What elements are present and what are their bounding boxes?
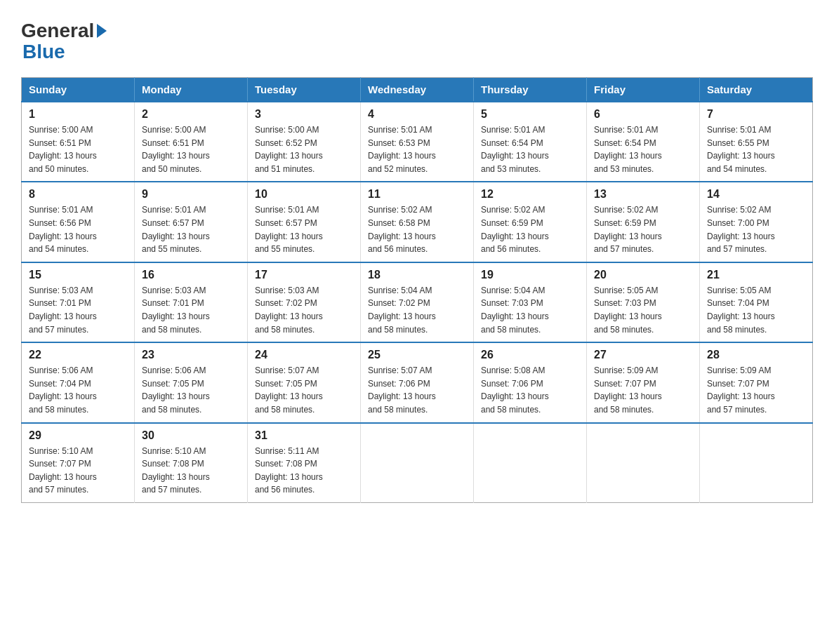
day-info: Sunrise: 5:01 AM Sunset: 6:55 PM Dayligh… bbox=[707, 123, 805, 175]
day-number: 26 bbox=[481, 349, 579, 361]
day-number: 9 bbox=[142, 188, 240, 201]
day-info: Sunrise: 5:02 AM Sunset: 7:00 PM Dayligh… bbox=[707, 203, 805, 255]
calendar-day-cell: 1 Sunrise: 5:00 AM Sunset: 6:51 PM Dayli… bbox=[22, 102, 135, 182]
day-number: 29 bbox=[29, 429, 127, 442]
day-number: 30 bbox=[142, 429, 240, 442]
day-info: Sunrise: 5:04 AM Sunset: 7:02 PM Dayligh… bbox=[368, 284, 466, 336]
day-number: 11 bbox=[368, 188, 466, 201]
calendar-week-row: 15 Sunrise: 5:03 AM Sunset: 7:01 PM Dayl… bbox=[22, 262, 813, 342]
calendar-day-cell: 22 Sunrise: 5:06 AM Sunset: 7:04 PM Dayl… bbox=[22, 342, 135, 422]
day-info: Sunrise: 5:02 AM Sunset: 6:59 PM Dayligh… bbox=[481, 203, 579, 255]
day-number: 27 bbox=[594, 349, 692, 361]
day-info: Sunrise: 5:04 AM Sunset: 7:03 PM Dayligh… bbox=[481, 284, 579, 336]
day-info: Sunrise: 5:07 AM Sunset: 7:05 PM Dayligh… bbox=[255, 364, 353, 416]
calendar-day-cell: 3 Sunrise: 5:00 AM Sunset: 6:52 PM Dayli… bbox=[248, 102, 361, 182]
day-of-week-header: Wednesday bbox=[361, 78, 474, 102]
day-info: Sunrise: 5:01 AM Sunset: 6:57 PM Dayligh… bbox=[142, 203, 240, 255]
day-info: Sunrise: 5:11 AM Sunset: 7:08 PM Dayligh… bbox=[255, 445, 353, 497]
calendar-week-row: 22 Sunrise: 5:06 AM Sunset: 7:04 PM Dayl… bbox=[22, 342, 813, 422]
calendar-week-row: 8 Sunrise: 5:01 AM Sunset: 6:56 PM Dayli… bbox=[22, 182, 813, 262]
day-number: 31 bbox=[255, 429, 353, 442]
day-info: Sunrise: 5:01 AM Sunset: 6:54 PM Dayligh… bbox=[594, 123, 692, 175]
day-info: Sunrise: 5:05 AM Sunset: 7:03 PM Dayligh… bbox=[594, 284, 692, 336]
logo-arrow-icon bbox=[97, 24, 107, 38]
day-info: Sunrise: 5:06 AM Sunset: 7:04 PM Dayligh… bbox=[29, 364, 127, 416]
calendar-day-cell: 18 Sunrise: 5:04 AM Sunset: 7:02 PM Dayl… bbox=[361, 262, 474, 342]
day-number: 12 bbox=[481, 188, 579, 201]
day-number: 21 bbox=[707, 269, 805, 281]
calendar-day-cell: 24 Sunrise: 5:07 AM Sunset: 7:05 PM Dayl… bbox=[248, 342, 361, 422]
day-number: 20 bbox=[594, 269, 692, 281]
day-number: 7 bbox=[707, 108, 805, 121]
logo-general-text: General bbox=[21, 21, 94, 41]
day-number: 18 bbox=[368, 269, 466, 281]
calendar-day-cell: 31 Sunrise: 5:11 AM Sunset: 7:08 PM Dayl… bbox=[248, 423, 361, 503]
day-info: Sunrise: 5:09 AM Sunset: 7:07 PM Dayligh… bbox=[594, 364, 692, 416]
calendar-day-cell: 4 Sunrise: 5:01 AM Sunset: 6:53 PM Dayli… bbox=[361, 102, 474, 182]
day-number: 28 bbox=[707, 349, 805, 361]
day-of-week-header: Tuesday bbox=[248, 78, 361, 102]
day-number: 8 bbox=[29, 188, 127, 201]
calendar-day-cell: 26 Sunrise: 5:08 AM Sunset: 7:06 PM Dayl… bbox=[474, 342, 587, 422]
day-number: 1 bbox=[29, 108, 127, 121]
calendar-day-cell bbox=[587, 423, 700, 503]
day-of-week-header: Friday bbox=[587, 78, 700, 102]
calendar-day-cell: 7 Sunrise: 5:01 AM Sunset: 6:55 PM Dayli… bbox=[700, 102, 813, 182]
day-number: 15 bbox=[29, 269, 127, 281]
day-number: 14 bbox=[707, 188, 805, 201]
calendar-day-cell: 25 Sunrise: 5:07 AM Sunset: 7:06 PM Dayl… bbox=[361, 342, 474, 422]
day-info: Sunrise: 5:03 AM Sunset: 7:01 PM Dayligh… bbox=[142, 284, 240, 336]
day-info: Sunrise: 5:05 AM Sunset: 7:04 PM Dayligh… bbox=[707, 284, 805, 336]
day-info: Sunrise: 5:01 AM Sunset: 6:53 PM Dayligh… bbox=[368, 123, 466, 175]
day-info: Sunrise: 5:10 AM Sunset: 7:08 PM Dayligh… bbox=[142, 445, 240, 497]
calendar-day-cell: 11 Sunrise: 5:02 AM Sunset: 6:58 PM Dayl… bbox=[361, 182, 474, 262]
day-info: Sunrise: 5:01 AM Sunset: 6:54 PM Dayligh… bbox=[481, 123, 579, 175]
day-info: Sunrise: 5:01 AM Sunset: 6:56 PM Dayligh… bbox=[29, 203, 127, 255]
day-number: 3 bbox=[255, 108, 353, 121]
day-info: Sunrise: 5:02 AM Sunset: 6:59 PM Dayligh… bbox=[594, 203, 692, 255]
day-of-week-header: Monday bbox=[135, 78, 248, 102]
day-info: Sunrise: 5:02 AM Sunset: 6:58 PM Dayligh… bbox=[368, 203, 466, 255]
calendar-day-cell: 19 Sunrise: 5:04 AM Sunset: 7:03 PM Dayl… bbox=[474, 262, 587, 342]
day-info: Sunrise: 5:06 AM Sunset: 7:05 PM Dayligh… bbox=[142, 364, 240, 416]
calendar-week-row: 29 Sunrise: 5:10 AM Sunset: 7:07 PM Dayl… bbox=[22, 423, 813, 503]
day-number: 24 bbox=[255, 349, 353, 361]
page-header: General Blue bbox=[21, 21, 813, 63]
calendar-day-cell: 2 Sunrise: 5:00 AM Sunset: 6:51 PM Dayli… bbox=[135, 102, 248, 182]
calendar-day-cell: 6 Sunrise: 5:01 AM Sunset: 6:54 PM Dayli… bbox=[587, 102, 700, 182]
day-number: 2 bbox=[142, 108, 240, 121]
calendar-day-cell: 17 Sunrise: 5:03 AM Sunset: 7:02 PM Dayl… bbox=[248, 262, 361, 342]
calendar-day-cell: 14 Sunrise: 5:02 AM Sunset: 7:00 PM Dayl… bbox=[700, 182, 813, 262]
logo-blue-text: Blue bbox=[22, 41, 65, 63]
day-of-week-header: Saturday bbox=[700, 78, 813, 102]
day-number: 5 bbox=[481, 108, 579, 121]
calendar-day-cell: 21 Sunrise: 5:05 AM Sunset: 7:04 PM Dayl… bbox=[700, 262, 813, 342]
calendar-day-cell: 9 Sunrise: 5:01 AM Sunset: 6:57 PM Dayli… bbox=[135, 182, 248, 262]
calendar-day-cell: 20 Sunrise: 5:05 AM Sunset: 7:03 PM Dayl… bbox=[587, 262, 700, 342]
calendar-day-cell: 5 Sunrise: 5:01 AM Sunset: 6:54 PM Dayli… bbox=[474, 102, 587, 182]
calendar-day-cell: 28 Sunrise: 5:09 AM Sunset: 7:07 PM Dayl… bbox=[700, 342, 813, 422]
day-of-week-header: Sunday bbox=[22, 78, 135, 102]
day-number: 13 bbox=[594, 188, 692, 201]
day-info: Sunrise: 5:00 AM Sunset: 6:52 PM Dayligh… bbox=[255, 123, 353, 175]
calendar-header-row: SundayMondayTuesdayWednesdayThursdayFrid… bbox=[22, 78, 813, 102]
day-info: Sunrise: 5:10 AM Sunset: 7:07 PM Dayligh… bbox=[29, 445, 127, 497]
day-number: 6 bbox=[594, 108, 692, 121]
calendar-week-row: 1 Sunrise: 5:00 AM Sunset: 6:51 PM Dayli… bbox=[22, 102, 813, 182]
calendar-day-cell bbox=[700, 423, 813, 503]
calendar-day-cell: 30 Sunrise: 5:10 AM Sunset: 7:08 PM Dayl… bbox=[135, 423, 248, 503]
day-number: 16 bbox=[142, 269, 240, 281]
day-info: Sunrise: 5:03 AM Sunset: 7:02 PM Dayligh… bbox=[255, 284, 353, 336]
calendar-day-cell bbox=[361, 423, 474, 503]
day-info: Sunrise: 5:00 AM Sunset: 6:51 PM Dayligh… bbox=[142, 123, 240, 175]
calendar-day-cell: 15 Sunrise: 5:03 AM Sunset: 7:01 PM Dayl… bbox=[22, 262, 135, 342]
day-number: 19 bbox=[481, 269, 579, 281]
day-info: Sunrise: 5:00 AM Sunset: 6:51 PM Dayligh… bbox=[29, 123, 127, 175]
calendar-day-cell: 29 Sunrise: 5:10 AM Sunset: 7:07 PM Dayl… bbox=[22, 423, 135, 503]
day-info: Sunrise: 5:03 AM Sunset: 7:01 PM Dayligh… bbox=[29, 284, 127, 336]
calendar-day-cell: 13 Sunrise: 5:02 AM Sunset: 6:59 PM Dayl… bbox=[587, 182, 700, 262]
calendar-day-cell: 27 Sunrise: 5:09 AM Sunset: 7:07 PM Dayl… bbox=[587, 342, 700, 422]
day-number: 17 bbox=[255, 269, 353, 281]
day-info: Sunrise: 5:08 AM Sunset: 7:06 PM Dayligh… bbox=[481, 364, 579, 416]
calendar-day-cell: 12 Sunrise: 5:02 AM Sunset: 6:59 PM Dayl… bbox=[474, 182, 587, 262]
